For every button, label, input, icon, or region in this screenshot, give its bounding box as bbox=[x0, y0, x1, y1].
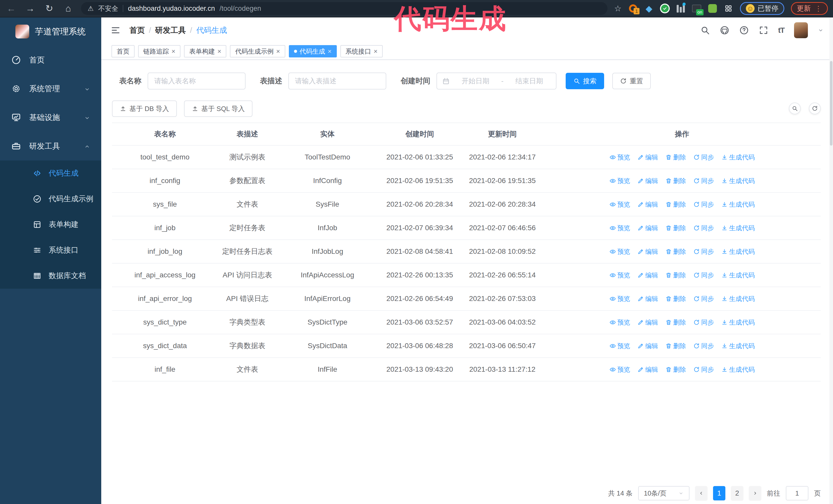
sync-link[interactable]: 同步 bbox=[693, 317, 714, 328]
edit-link[interactable]: 编辑 bbox=[638, 293, 658, 304]
delete-link[interactable]: 删除 bbox=[665, 222, 686, 233]
preview-link[interactable]: 预览 bbox=[610, 317, 630, 328]
generate-code-link[interactable]: 生成代码 bbox=[721, 364, 755, 375]
browser-back-icon[interactable]: ← bbox=[5, 3, 18, 14]
preview-link[interactable]: 预览 bbox=[610, 246, 630, 257]
bookmark-star-icon[interactable]: ☆ bbox=[614, 4, 622, 13]
edit-link[interactable]: 编辑 bbox=[638, 340, 658, 351]
app-logo[interactable]: 芋道管理系统 bbox=[0, 18, 101, 46]
extension-icon-dark[interactable]: on bbox=[692, 4, 701, 13]
sidebar-submenu-item[interactable]: 数据库文档 bbox=[0, 263, 101, 289]
search-button[interactable]: 搜索 bbox=[566, 73, 604, 89]
sidebar-menu-item[interactable]: 首页 bbox=[0, 46, 101, 74]
chevron-down-icon[interactable] bbox=[818, 27, 824, 33]
reset-button[interactable]: 重置 bbox=[612, 73, 651, 89]
preview-link[interactable]: 预览 bbox=[610, 270, 630, 281]
delete-link[interactable]: 删除 bbox=[665, 270, 686, 281]
next-page-button[interactable] bbox=[749, 486, 761, 500]
sync-link[interactable]: 同步 bbox=[693, 222, 714, 233]
page-number-button[interactable]: 1 bbox=[713, 486, 725, 500]
help-icon[interactable] bbox=[739, 25, 749, 35]
generate-code-link[interactable]: 生成代码 bbox=[721, 199, 755, 210]
refresh-button[interactable] bbox=[809, 102, 821, 114]
font-size-icon[interactable]: tT bbox=[778, 26, 784, 34]
preview-link[interactable]: 预览 bbox=[610, 175, 630, 186]
extension-icon-sliders[interactable] bbox=[676, 4, 686, 13]
sidebar-submenu-item[interactable]: 代码生成 bbox=[0, 161, 101, 186]
breadcrumb-item[interactable]: 首页 bbox=[129, 25, 145, 35]
tab-close-icon[interactable]: × bbox=[328, 48, 332, 55]
scrollbar-thumb[interactable] bbox=[830, 61, 832, 146]
github-icon[interactable] bbox=[720, 25, 730, 35]
sync-link[interactable]: 同步 bbox=[693, 270, 714, 281]
generate-code-link[interactable]: 生成代码 bbox=[721, 293, 755, 304]
edit-link[interactable]: 编辑 bbox=[638, 175, 658, 186]
browser-reload-icon[interactable]: ↻ bbox=[43, 3, 55, 14]
preview-link[interactable]: 预览 bbox=[610, 340, 630, 351]
breadcrumb-item[interactable]: / 研发工具 bbox=[145, 25, 186, 35]
import-sql-button[interactable]: 基于 SQL 导入 bbox=[184, 100, 253, 117]
extensions-puzzle-icon[interactable] bbox=[723, 4, 733, 13]
sidebar-submenu-item[interactable]: 表单构建 bbox=[0, 212, 101, 237]
sidebar-menu-item[interactable]: 系统管理 bbox=[0, 74, 101, 103]
generate-code-link[interactable]: 生成代码 bbox=[721, 270, 755, 281]
preview-link[interactable]: 预览 bbox=[610, 199, 630, 210]
edit-link[interactable]: 编辑 bbox=[638, 317, 658, 328]
page-number-button[interactable]: 2 bbox=[731, 486, 743, 500]
edit-link[interactable]: 编辑 bbox=[638, 199, 658, 210]
view-tab[interactable]: 代码生成示例 × bbox=[230, 45, 285, 57]
preview-link[interactable]: 预览 bbox=[610, 152, 630, 163]
import-db-button[interactable]: 基于 DB 导入 bbox=[112, 100, 177, 117]
delete-link[interactable]: 删除 bbox=[665, 317, 686, 328]
table-name-input[interactable] bbox=[148, 73, 245, 90]
sync-link[interactable]: 同步 bbox=[693, 293, 714, 304]
breadcrumb-item[interactable]: / 代码生成 bbox=[186, 25, 227, 35]
edit-link[interactable]: 编辑 bbox=[638, 364, 658, 375]
view-tab[interactable]: 表单构建 × bbox=[184, 45, 226, 57]
generate-code-link[interactable]: 生成代码 bbox=[721, 317, 755, 328]
sidebar-submenu-item[interactable]: 系统接口 bbox=[0, 237, 101, 263]
browser-menu-icon[interactable]: ⋮ bbox=[815, 4, 822, 13]
tab-close-icon[interactable]: × bbox=[374, 48, 378, 55]
table-desc-input[interactable] bbox=[288, 73, 386, 90]
scrollbar[interactable] bbox=[829, 18, 833, 504]
date-range-picker[interactable]: 开始日期 - 结束日期 bbox=[436, 73, 556, 90]
page-size-select[interactable]: 10条/页 bbox=[638, 486, 689, 500]
edit-link[interactable]: 编辑 bbox=[638, 246, 658, 257]
browser-forward-icon[interactable]: → bbox=[24, 3, 37, 14]
generate-code-link[interactable]: 生成代码 bbox=[721, 175, 755, 186]
address-bar[interactable]: ⚠ 不安全 dashboard.yudao.iocoder.cn/tool/co… bbox=[81, 2, 608, 15]
edit-link[interactable]: 编辑 bbox=[638, 222, 658, 233]
extension-icon-orange[interactable]: 1 bbox=[628, 4, 638, 13]
generate-code-link[interactable]: 生成代码 bbox=[721, 340, 755, 351]
sidebar-menu-item[interactable]: 研发工具 bbox=[0, 132, 101, 161]
tab-close-icon[interactable]: × bbox=[217, 48, 221, 55]
delete-link[interactable]: 删除 bbox=[665, 364, 686, 375]
delete-link[interactable]: 删除 bbox=[665, 246, 686, 257]
preview-link[interactable]: 预览 bbox=[610, 222, 630, 233]
browser-update-button[interactable]: 更新 ⋮ bbox=[791, 2, 828, 15]
tab-close-icon[interactable]: × bbox=[276, 48, 280, 55]
delete-link[interactable]: 删除 bbox=[665, 199, 686, 210]
preview-link[interactable]: 预览 bbox=[610, 293, 630, 304]
view-tab[interactable]: 链路追踪 × bbox=[138, 45, 181, 57]
view-tab[interactable]: 首页 bbox=[112, 45, 135, 57]
hamburger-icon[interactable] bbox=[111, 25, 121, 35]
generate-code-link[interactable]: 生成代码 bbox=[721, 152, 755, 163]
delete-link[interactable]: 删除 bbox=[665, 152, 686, 163]
extension-icon-shield[interactable] bbox=[660, 4, 670, 13]
view-tab[interactable]: 系统接口 × bbox=[340, 45, 383, 57]
profile-paused-chip[interactable]: ☺ 已暂停 bbox=[740, 2, 784, 15]
toggle-search-button[interactable] bbox=[789, 102, 801, 114]
view-tab[interactable]: 代码生成 × bbox=[289, 45, 337, 57]
browser-home-icon[interactable]: ⌂ bbox=[62, 3, 74, 14]
search-icon[interactable] bbox=[700, 25, 710, 35]
delete-link[interactable]: 删除 bbox=[665, 293, 686, 304]
delete-link[interactable]: 删除 bbox=[665, 175, 686, 186]
goto-page-input[interactable] bbox=[786, 486, 808, 500]
tab-close-icon[interactable]: × bbox=[171, 48, 175, 55]
extension-icon-bot[interactable] bbox=[708, 4, 717, 13]
generate-code-link[interactable]: 生成代码 bbox=[721, 222, 755, 233]
sync-link[interactable]: 同步 bbox=[693, 152, 714, 163]
edit-link[interactable]: 编辑 bbox=[638, 270, 658, 281]
